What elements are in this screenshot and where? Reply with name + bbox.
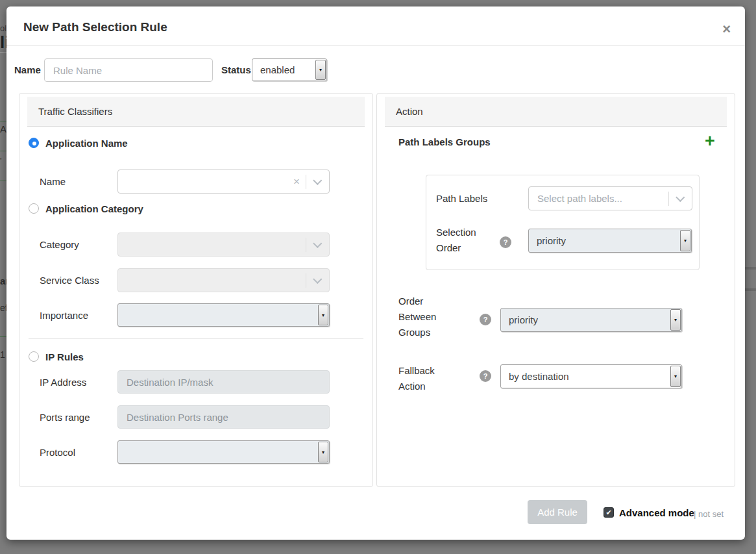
- selection-order-label: Selection Order: [436, 225, 476, 256]
- order-between-groups-label-line2: Between: [398, 309, 436, 325]
- new-path-selection-rule-dialog: New Path Selection Rule × Name Status en…: [6, 6, 745, 540]
- bg-table-line: [745, 288, 756, 291]
- traffic-classifiers-header: Traffic Classifiers: [27, 97, 365, 127]
- advanced-mode-label: Advanced mode: [619, 507, 694, 518]
- bg-text-fragment: A: [0, 123, 6, 134]
- fallback-action-select[interactable]: by destination ▾: [500, 364, 682, 388]
- ip-address-input: [117, 370, 330, 394]
- path-labels-group-box: Path Labels Select path labels... Select…: [426, 175, 700, 270]
- application-name-radio-row[interactable]: Application Name: [29, 137, 128, 149]
- order-between-groups-label-line1: Order: [398, 294, 436, 309]
- help-icon[interactable]: ?: [480, 370, 491, 382]
- application-name-combobox[interactable]: ×: [117, 170, 330, 194]
- ip-rules-radio-label: IP Rules: [45, 351, 84, 362]
- path-labels-combobox[interactable]: Select path labels...: [528, 186, 692, 210]
- dropdown-arrow-icon: ▾: [318, 442, 328, 462]
- category-label: Category: [40, 233, 79, 257]
- path-labels-label: Path Labels: [436, 191, 487, 207]
- application-category-radio[interactable]: [29, 203, 39, 214]
- order-between-groups-select-value: priority: [509, 308, 538, 331]
- protocol-select: ▾: [117, 440, 330, 464]
- dropdown-arrow-icon: ▾: [680, 230, 690, 251]
- status-select-value: enabled: [260, 59, 295, 81]
- header-divider: [6, 45, 745, 46]
- ip-rules-radio[interactable]: [29, 351, 39, 362]
- help-icon[interactable]: ?: [500, 236, 511, 248]
- application-category-radio-label: Application Category: [45, 203, 143, 214]
- section-divider: [29, 338, 363, 339]
- ports-range-label: Ports range: [40, 405, 90, 429]
- clear-icon[interactable]: ×: [289, 176, 306, 187]
- traffic-classifiers-panel: Traffic Classifiers Application Name Nam…: [19, 93, 373, 487]
- service-class-label: Service Class: [40, 268, 99, 292]
- path-labels-groups-label: Path Labels Groups: [398, 136, 491, 147]
- add-rule-button[interactable]: Add Rule: [528, 500, 587, 524]
- add-group-icon[interactable]: +: [705, 132, 715, 150]
- action-panel: Action Path Labels Groups + Path Labels …: [376, 93, 735, 487]
- importance-select: ▾: [117, 303, 330, 327]
- application-name-radio[interactable]: [29, 138, 39, 148]
- check-icon: ✔: [605, 509, 611, 517]
- status-label: Status: [221, 58, 251, 82]
- bg-text-fragment: 1: [0, 349, 5, 360]
- rule-name-label: Name: [14, 58, 41, 82]
- chevron-down-icon[interactable]: [306, 179, 329, 185]
- selection-order-label-line2: Order: [436, 240, 476, 256]
- ip-rules-radio-row[interactable]: IP Rules: [29, 351, 84, 362]
- order-between-groups-label-line3: Groups: [398, 325, 436, 340]
- application-category-radio-row[interactable]: Application Category: [29, 203, 143, 214]
- help-icon[interactable]: ?: [480, 314, 491, 325]
- fallback-action-label-line1: Fallback: [398, 363, 435, 379]
- ports-range-input: [117, 405, 330, 429]
- close-icon[interactable]: ×: [722, 22, 731, 36]
- dropdown-arrow-icon: ▾: [670, 309, 681, 331]
- chevron-down-icon: [306, 242, 329, 248]
- category-combobox: [117, 233, 330, 257]
- order-between-groups-label: Order Between Groups: [398, 294, 436, 340]
- bg-table-line: [745, 267, 756, 270]
- dialog-title: New Path Selection Rule: [23, 20, 167, 34]
- advanced-mode-checkbox[interactable]: ✔: [604, 507, 614, 518]
- not-set-label: | not set: [694, 509, 724, 519]
- application-name-radio-label: Application Name: [45, 138, 128, 149]
- fallback-action-label: Fallback Action: [398, 363, 435, 394]
- bg-text-fragment: ': [0, 156, 1, 166]
- dropdown-arrow-icon: ▾: [670, 366, 681, 387]
- service-class-combobox: [117, 268, 330, 292]
- order-between-groups-select[interactable]: priority ▾: [500, 308, 682, 332]
- chevron-down-icon: [306, 277, 329, 284]
- dropdown-arrow-icon: ▾: [315, 60, 326, 80]
- selection-order-select[interactable]: priority ▾: [528, 229, 692, 253]
- dropdown-arrow-icon: ▾: [318, 305, 328, 325]
- ip-address-label: IP Address: [40, 370, 86, 394]
- selection-order-label-line1: Selection: [436, 225, 476, 240]
- app-name-field-label: Name: [40, 170, 66, 194]
- path-labels-placeholder: Select path labels...: [537, 187, 622, 210]
- fallback-action-label-line2: Action: [398, 379, 435, 394]
- selection-order-select-value: priority: [537, 229, 566, 252]
- fallback-action-select-value: by destination: [509, 365, 569, 388]
- chevron-down-icon[interactable]: [669, 195, 692, 202]
- importance-label: Importance: [40, 303, 88, 327]
- status-select[interactable]: enabled ▾: [252, 58, 327, 81]
- action-header: Action: [385, 97, 727, 127]
- protocol-label: Protocol: [40, 440, 75, 464]
- rule-name-input[interactable]: [44, 58, 213, 82]
